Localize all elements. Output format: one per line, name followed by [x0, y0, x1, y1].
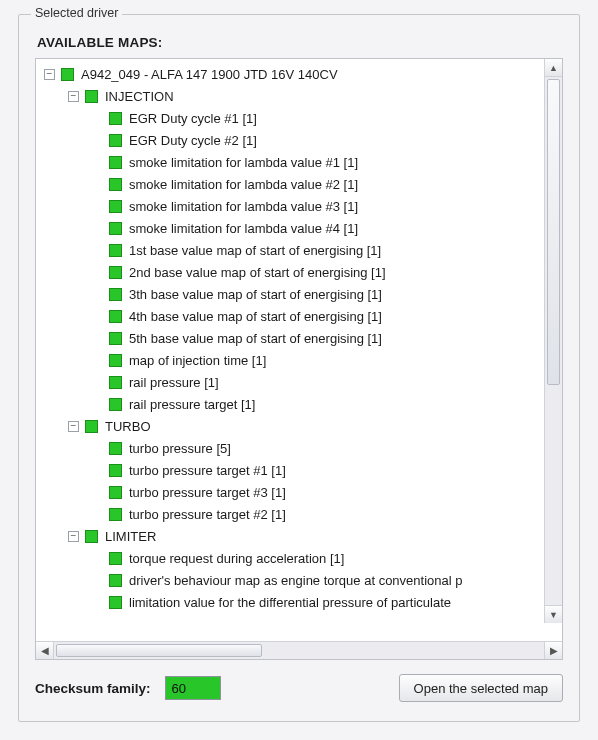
tree-node-label: smoke limitation for lambda value #4 [1] [129, 221, 358, 236]
toggle-placeholder [92, 443, 103, 454]
vscroll-thumb[interactable] [547, 79, 560, 385]
tree-node-label: 3th base value map of start of energisin… [129, 287, 382, 302]
tree-node-label: smoke limitation for lambda value #2 [1] [129, 177, 358, 192]
map-icon [109, 266, 122, 279]
tree-node-label: A942_049 - ALFA 147 1900 JTD 16V 140CV [81, 67, 338, 82]
tree-node-label: rail pressure [1] [129, 375, 219, 390]
tree-node-label: rail pressure target [1] [129, 397, 255, 412]
scroll-down-button[interactable]: ▼ [545, 605, 562, 623]
tree-leaf[interactable]: rail pressure target [1] [38, 393, 560, 415]
tree-leaf[interactable]: smoke limitation for lambda value #1 [1] [38, 151, 560, 173]
toggle-placeholder [92, 575, 103, 586]
open-selected-map-button[interactable]: Open the selected map [399, 674, 563, 702]
map-icon [109, 596, 122, 609]
toggle-placeholder [92, 311, 103, 322]
collapse-toggle[interactable]: − [44, 69, 55, 80]
vscroll-track[interactable] [545, 77, 562, 605]
tree-leaf[interactable]: turbo pressure target #2 [1] [38, 503, 560, 525]
tree-leaf[interactable]: torque request during acceleration [1] [38, 547, 560, 569]
map-icon [109, 376, 122, 389]
collapse-toggle[interactable]: − [68, 531, 79, 542]
tree-leaf[interactable]: smoke limitation for lambda value #3 [1] [38, 195, 560, 217]
map-icon [109, 486, 122, 499]
tree-branch[interactable]: −TURBO [38, 415, 560, 437]
tree-branch[interactable]: −INJECTION [38, 85, 560, 107]
tree-leaf[interactable]: rail pressure [1] [38, 371, 560, 393]
toggle-placeholder [92, 355, 103, 366]
tree-leaf[interactable]: 4th base value map of start of energisin… [38, 305, 560, 327]
tree-node-label: turbo pressure target #2 [1] [129, 507, 286, 522]
map-icon [109, 310, 122, 323]
tree-node-label: limitation value for the differential pr… [129, 595, 451, 610]
toggle-placeholder [92, 487, 103, 498]
map-icon [109, 574, 122, 587]
group-legend: Selected driver [31, 6, 122, 20]
map-icon [109, 244, 122, 257]
map-icon [109, 222, 122, 235]
tree-vertical-scrollbar[interactable]: ▲ ▼ [544, 59, 562, 623]
tree-leaf[interactable]: map of injection time [1] [38, 349, 560, 371]
hscroll-track[interactable] [54, 642, 544, 659]
tree-branch[interactable]: −LIMITER [38, 525, 560, 547]
map-icon [109, 442, 122, 455]
toggle-placeholder [92, 201, 103, 212]
map-icon [109, 354, 122, 367]
collapse-toggle[interactable]: − [68, 421, 79, 432]
map-icon [109, 134, 122, 147]
tree-leaf[interactable]: smoke limitation for lambda value #2 [1] [38, 173, 560, 195]
tree-node-label: LIMITER [105, 529, 156, 544]
map-icon [109, 156, 122, 169]
checksum-label: Checksum family: [35, 681, 151, 696]
tree-leaf[interactable]: driver's behaviour map as engine torque … [38, 569, 560, 591]
tree-node-label: turbo pressure target #1 [1] [129, 463, 286, 478]
tree-node-label: driver's behaviour map as engine torque … [129, 573, 462, 588]
map-icon [109, 552, 122, 565]
tree-node-label: 5th base value map of start of energisin… [129, 331, 382, 346]
scroll-left-button[interactable]: ◀ [36, 642, 54, 659]
tree-leaf[interactable]: EGR Duty cycle #2 [1] [38, 129, 560, 151]
tree-leaf[interactable]: turbo pressure target #1 [1] [38, 459, 560, 481]
tree-node-label: INJECTION [105, 89, 174, 104]
toggle-placeholder [92, 113, 103, 124]
tree-leaf[interactable]: 5th base value map of start of energisin… [38, 327, 560, 349]
tree-node-label: turbo pressure target #3 [1] [129, 485, 286, 500]
toggle-placeholder [92, 267, 103, 278]
map-icon [109, 508, 122, 521]
map-icon [109, 332, 122, 345]
toggle-placeholder [92, 179, 103, 190]
tree-branch[interactable]: −A942_049 - ALFA 147 1900 JTD 16V 140CV [38, 63, 560, 85]
tree-horizontal-scrollbar[interactable]: ◀ ▶ [36, 641, 562, 659]
toggle-placeholder [92, 333, 103, 344]
scroll-up-button[interactable]: ▲ [545, 59, 562, 77]
scroll-right-button[interactable]: ▶ [544, 642, 562, 659]
tree-leaf[interactable]: smoke limitation for lambda value #4 [1] [38, 217, 560, 239]
map-icon [109, 288, 122, 301]
tree-node-label: turbo pressure [5] [129, 441, 231, 456]
tree-node-label: smoke limitation for lambda value #1 [1] [129, 155, 358, 170]
tree-leaf[interactable]: 2nd base value map of start of energisin… [38, 261, 560, 283]
hscroll-thumb[interactable] [56, 644, 262, 657]
tree-leaf[interactable]: 1st base value map of start of energisin… [38, 239, 560, 261]
tree-leaf[interactable]: turbo pressure [5] [38, 437, 560, 459]
map-icon [85, 420, 98, 433]
checksum-value-field[interactable] [165, 676, 221, 700]
tree-leaf[interactable]: EGR Duty cycle #1 [1] [38, 107, 560, 129]
tree-node-label: EGR Duty cycle #1 [1] [129, 111, 257, 126]
maps-tree[interactable]: −A942_049 - ALFA 147 1900 JTD 16V 140CV−… [35, 58, 563, 660]
tree-leaf[interactable]: 3th base value map of start of energisin… [38, 283, 560, 305]
tree-leaf[interactable]: limitation value for the differential pr… [38, 591, 560, 613]
collapse-toggle[interactable]: − [68, 91, 79, 102]
tree-node-label: TURBO [105, 419, 151, 434]
toggle-placeholder [92, 289, 103, 300]
map-icon [61, 68, 74, 81]
tree-node-label: torque request during acceleration [1] [129, 551, 344, 566]
map-icon [109, 112, 122, 125]
tree-leaf[interactable]: turbo pressure target #3 [1] [38, 481, 560, 503]
map-icon [109, 200, 122, 213]
map-icon [85, 90, 98, 103]
toggle-placeholder [92, 223, 103, 234]
selected-driver-group: Selected driver AVAILABLE MAPS: −A942_04… [18, 14, 580, 722]
toggle-placeholder [92, 377, 103, 388]
tree-node-label: 1st base value map of start of energisin… [129, 243, 381, 258]
toggle-placeholder [92, 157, 103, 168]
